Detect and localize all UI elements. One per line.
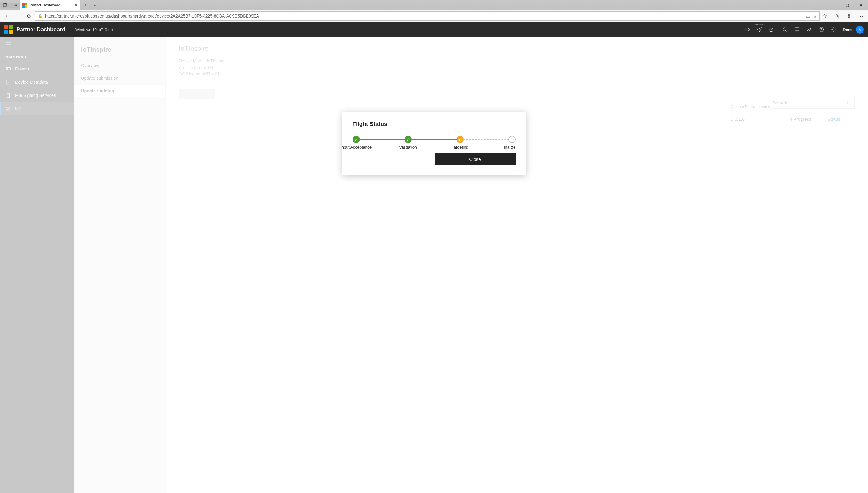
app-title: Partner Dashboard: [16, 26, 65, 33]
app-subtitle: Windows 10 IoT Core: [75, 27, 113, 32]
check-icon: [353, 136, 360, 143]
favorite-star-icon[interactable]: ☆: [813, 13, 817, 19]
ms-logo-icon: [22, 3, 27, 7]
chat-icon[interactable]: [791, 22, 803, 37]
help-icon[interactable]: [815, 22, 827, 37]
people-icon[interactable]: [803, 22, 815, 37]
window-close-button[interactable]: ✕: [854, 0, 868, 10]
avatar: A: [856, 26, 864, 34]
new-tab-button[interactable]: ＋: [80, 2, 90, 8]
svg-point-4: [833, 29, 834, 30]
window-minimize-button[interactable]: —: [826, 0, 840, 10]
step-input-acceptance: Input Acceptance: [353, 136, 360, 143]
favorites-list-icon[interactable]: ☆≡: [821, 13, 831, 19]
close-tab-icon[interactable]: ✕: [74, 3, 78, 7]
step-track: Input Acceptance Validation Targeting Fi…: [353, 136, 516, 143]
close-button[interactable]: Close: [435, 153, 516, 165]
tab-actions-left-icon[interactable]: ❐: [0, 3, 10, 7]
nav-forward-button[interactable]: →: [13, 11, 23, 21]
flight-status-modal: Flight Status Input Acceptance Validatio…: [342, 112, 526, 175]
step-targeting: Targeting: [456, 136, 464, 143]
search-icon[interactable]: [779, 22, 791, 37]
modal-title: Flight Status: [353, 121, 516, 127]
nav-back-button[interactable]: ←: [2, 11, 12, 21]
user-name: Demo: [843, 27, 853, 32]
internal-label: Internal: [740, 23, 779, 26]
window-maximize-button[interactable]: ▢: [840, 0, 854, 10]
ms-logo-icon: [4, 25, 13, 34]
step-validation: Validation: [405, 136, 412, 143]
url-text: https://partner.microsoft.com/en-us/dash…: [45, 14, 803, 18]
user-chip[interactable]: Demo A: [839, 22, 868, 37]
share-icon[interactable]: ⇪: [844, 13, 854, 19]
lock-icon: 🔒: [38, 14, 43, 18]
tab-dropdown-icon[interactable]: ⌄: [90, 2, 100, 8]
progress-icon: [456, 136, 464, 143]
more-icon[interactable]: ⋯: [855, 13, 866, 19]
tab-aside-icon[interactable]: ⇥: [10, 3, 20, 7]
check-icon: [405, 136, 412, 143]
divider: [70, 26, 70, 33]
step-finalize: Finalize: [509, 136, 516, 143]
nav-refresh-button[interactable]: ⟳: [24, 11, 34, 21]
browser-addressbar: ← → ⟳ 🔒 https://partner.microsoft.com/en…: [0, 10, 868, 22]
tab-title: Partner Dashboard: [29, 3, 72, 7]
notes-icon[interactable]: ✎: [832, 13, 843, 19]
pending-icon: [509, 136, 516, 143]
reading-view-icon[interactable]: ▭: [806, 13, 810, 19]
svg-point-2: [808, 28, 809, 29]
modal-backdrop: Flight Status Input Acceptance Validatio…: [0, 37, 868, 493]
browser-tab[interactable]: Partner Dashboard ✕: [20, 0, 80, 10]
svg-point-1: [783, 28, 786, 31]
url-input[interactable]: 🔒 https://partner.microsoft.com/en-us/da…: [35, 12, 820, 21]
app-header: Partner Dashboard Windows 10 IoT Core In…: [0, 22, 868, 37]
gear-icon[interactable]: [827, 22, 839, 37]
browser-titlebar: ❐ ⇥ Partner Dashboard ✕ ＋ ⌄ — ▢ ✕: [0, 0, 868, 10]
